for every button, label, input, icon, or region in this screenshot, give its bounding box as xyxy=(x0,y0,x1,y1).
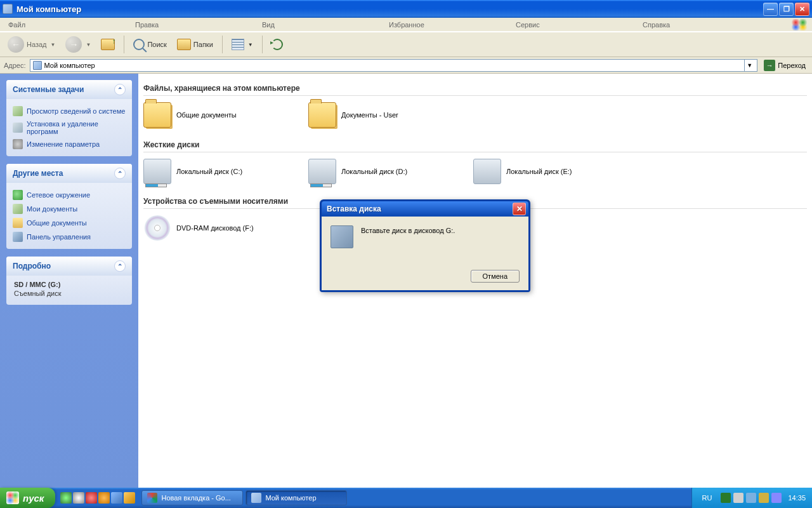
dvd-icon xyxy=(143,215,171,241)
tray-shield-icon[interactable] xyxy=(759,493,769,503)
menu-tools[interactable]: Сервис xyxy=(511,20,638,30)
dvd-drive-item[interactable]: DVD-RAM дисковод (F:) xyxy=(143,215,270,241)
quick-launch-item[interactable] xyxy=(73,492,84,504)
details-panel: Подробно ⌃ SD / MMC (G:) Съемный диск xyxy=(6,257,132,305)
network-disk-icon xyxy=(473,159,501,184)
folders-button[interactable]: Папки xyxy=(173,35,217,54)
menu-help[interactable]: Справка xyxy=(638,20,765,30)
menu-edit[interactable]: Правка xyxy=(131,20,258,30)
details-title: Подробно xyxy=(13,262,51,271)
change-setting-link[interactable]: Изменение параметра xyxy=(13,137,126,151)
maximize-button[interactable]: ❐ xyxy=(779,3,794,16)
view-system-info-link[interactable]: Просмотр сведений о системе xyxy=(13,104,126,118)
quick-launch-item[interactable] xyxy=(86,492,97,504)
menu-favorites[interactable]: Избранное xyxy=(384,20,511,30)
quick-launch-item[interactable] xyxy=(111,492,122,504)
chrome-icon xyxy=(147,493,157,503)
item-label: Локальный диск (E:) xyxy=(506,168,572,175)
system-tasks-title: Системные задачи xyxy=(13,85,84,94)
network-places-link[interactable]: Сетевое окружение xyxy=(13,188,126,202)
address-value: Мой компьютер xyxy=(44,62,95,69)
start-button[interactable]: пуск xyxy=(0,488,55,508)
close-button[interactable]: ✕ xyxy=(795,3,809,16)
cancel-button[interactable]: Отмена xyxy=(471,270,520,283)
address-label: Адрес: xyxy=(4,62,26,69)
back-label: Назад xyxy=(27,41,47,48)
window-title: Мой компьютер xyxy=(16,4,762,14)
language-indicator[interactable]: RU xyxy=(702,494,712,502)
clock[interactable]: 14:35 xyxy=(788,494,806,502)
dialog-title: Вставка диска xyxy=(327,204,381,213)
go-button[interactable]: → Переход xyxy=(761,58,808,72)
my-documents-link[interactable]: Мои документы xyxy=(13,202,126,216)
disk-insert-icon xyxy=(331,225,353,248)
network-icon xyxy=(13,190,23,200)
minimize-button[interactable]: — xyxy=(763,3,778,16)
shared-documents-item[interactable]: Общие документы xyxy=(143,102,270,128)
start-label: пуск xyxy=(23,493,44,504)
tray-volume-icon[interactable] xyxy=(746,493,756,503)
user-documents-item[interactable]: Документы - User xyxy=(308,102,435,128)
search-label: Поиск xyxy=(147,41,166,48)
address-field[interactable]: Мой компьютер ▼ xyxy=(30,59,758,72)
task-chrome[interactable]: Новая вкладка - Go... xyxy=(141,490,243,505)
tasks-pane: Системные задачи ⌃ Просмотр сведений о с… xyxy=(0,74,138,488)
tray-icon[interactable] xyxy=(733,493,743,503)
task-my-computer[interactable]: Мой компьютер xyxy=(246,490,347,505)
tray-icon[interactable] xyxy=(771,493,782,503)
my-computer-icon xyxy=(251,493,261,503)
control-panel-link[interactable]: Панель управления xyxy=(13,230,126,244)
quick-launch-item[interactable] xyxy=(124,492,135,504)
forward-dropdown-icon[interactable]: ▼ xyxy=(86,42,91,48)
up-button[interactable] xyxy=(97,35,119,54)
control-panel-icon xyxy=(13,232,23,242)
menu-file[interactable]: Файл xyxy=(4,20,131,30)
local-disk-c-item[interactable]: Локальный диск (C:) xyxy=(143,159,270,184)
up-folder-icon xyxy=(101,39,115,50)
toolbar-separator xyxy=(222,36,223,53)
item-label: Документы - User xyxy=(341,111,398,119)
quick-launch-item[interactable] xyxy=(98,492,110,504)
item-label: DVD-RAM дисковод (F:) xyxy=(176,224,254,232)
shared-documents-link[interactable]: Общие документы xyxy=(13,216,126,230)
disk-icon xyxy=(308,159,336,184)
toolbar-separator xyxy=(262,36,263,53)
other-places-panel: Другие места ⌃ Сетевое окружение Мои док… xyxy=(6,164,132,249)
search-icon xyxy=(133,39,145,50)
search-button[interactable]: Поиск xyxy=(129,35,170,54)
tray-icon[interactable] xyxy=(721,493,731,503)
folders-icon xyxy=(177,39,191,50)
menubar: Файл Правка Вид Избранное Сервис Справка xyxy=(0,18,812,32)
add-remove-programs-link[interactable]: Установка и удаление программ xyxy=(13,118,126,137)
folders-label: Папки xyxy=(193,41,213,48)
my-computer-icon xyxy=(3,4,13,14)
windows-logo-icon xyxy=(6,491,19,504)
item-label: Локальный диск (C:) xyxy=(176,168,242,175)
other-places-title: Другие места xyxy=(13,169,63,178)
back-arrow-icon: ← xyxy=(8,36,24,53)
info-icon xyxy=(13,106,23,116)
forward-button[interactable]: → ▼ xyxy=(62,35,95,54)
collapse-button[interactable]: ⌃ xyxy=(114,260,126,272)
local-disk-d-item[interactable]: Локальный диск (D:) xyxy=(308,159,435,184)
insert-disk-dialog: Вставка диска ✕ Вставьте диск в дисковод… xyxy=(320,199,530,292)
task-label: Новая вкладка - Go... xyxy=(161,494,230,502)
collapse-button[interactable]: ⌃ xyxy=(114,168,126,179)
views-icon xyxy=(232,39,244,50)
taskbar: пуск Новая вкладка - Go... Мой компьютер… xyxy=(0,488,812,508)
refresh-button[interactable] xyxy=(268,35,287,54)
collapse-button[interactable]: ⌃ xyxy=(114,84,126,95)
local-disk-e-item[interactable]: Локальный диск (E:) xyxy=(473,159,600,184)
back-button[interactable]: ← Назад ▼ xyxy=(4,35,59,54)
quick-launch-item[interactable] xyxy=(60,492,72,504)
views-dropdown-icon[interactable]: ▼ xyxy=(248,42,253,48)
window-titlebar: Мой компьютер — ❐ ✕ xyxy=(0,0,812,18)
dialog-close-button[interactable]: ✕ xyxy=(513,203,526,215)
forward-arrow-icon: → xyxy=(65,36,82,53)
task-label: Мой компьютер xyxy=(265,494,316,502)
views-button[interactable]: ▼ xyxy=(228,35,257,54)
files-section-title: Файлы, хранящиеся на этом компьютере xyxy=(143,81,807,96)
menu-view[interactable]: Вид xyxy=(258,20,384,30)
address-dropdown-icon[interactable]: ▼ xyxy=(744,60,754,71)
back-dropdown-icon[interactable]: ▼ xyxy=(51,42,56,48)
